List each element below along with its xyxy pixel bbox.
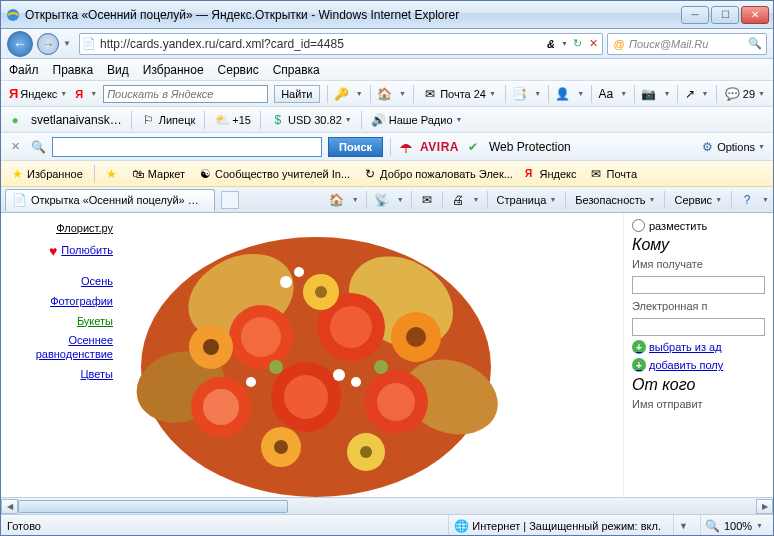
select-addr-link[interactable]: +выбрать из ад xyxy=(632,340,765,354)
notif-count[interactable]: 💬29▼ xyxy=(723,85,767,103)
fav-welcome[interactable]: ↻Добро пожаловать Элек... xyxy=(360,165,515,183)
user-status-icon[interactable]: ● xyxy=(7,112,23,128)
fav-yandex[interactable]: Я Яндекс xyxy=(523,166,579,182)
menu-favorites[interactable]: Избранное xyxy=(143,63,204,77)
mail-button[interactable]: ✉Почта 24▼ xyxy=(420,85,498,103)
menu-file[interactable]: Файл xyxy=(9,63,39,77)
fav-market[interactable]: 🛍Маркет xyxy=(128,165,187,183)
add-recipient-link[interactable]: +добавить полу xyxy=(632,358,765,372)
svg-point-10 xyxy=(330,306,372,348)
add-fav-icon[interactable]: ★ xyxy=(104,166,120,182)
title-bar: Открытка «Осенний поцелуй» — Яндекс.Откр… xyxy=(1,1,773,29)
fav-mail[interactable]: ✉Почта xyxy=(586,165,639,183)
feed-icon[interactable]: 📡 xyxy=(374,192,390,208)
recipient-input[interactable] xyxy=(632,276,765,294)
url-text: http://cards.yandex.ru/card.xml?card_id=… xyxy=(98,37,542,51)
link-like[interactable]: Полюбить xyxy=(61,241,113,261)
minimize-button[interactable]: ─ xyxy=(681,6,709,24)
from-label: От кого xyxy=(632,376,765,394)
and-icon[interactable]: & xyxy=(544,37,558,51)
zoom-cell[interactable]: 🔍100%▼ xyxy=(700,515,767,536)
translate-icon[interactable]: Aa xyxy=(599,86,614,102)
yandex-search-input[interactable] xyxy=(103,85,268,103)
fav-teachers[interactable]: ☯Сообщество учителей In... xyxy=(195,165,352,183)
radio-button[interactable]: 🔊Наше Радио▼ xyxy=(369,111,465,129)
refresh-icon[interactable]: ↻ xyxy=(570,37,584,51)
bouquet-image xyxy=(121,217,511,497)
tool-icon-1[interactable]: 📑 xyxy=(512,86,527,102)
close-toolbar[interactable]: ✕ xyxy=(7,140,24,153)
avira-umbrella-icon xyxy=(398,139,414,155)
maximize-button[interactable]: ☐ xyxy=(711,6,739,24)
new-tab-button[interactable] xyxy=(221,191,239,209)
svg-point-20 xyxy=(203,339,219,355)
avira-search-input[interactable] xyxy=(52,137,322,157)
tool-icon-2[interactable]: 👤 xyxy=(555,86,570,102)
link-florist[interactable]: Флорист.ру xyxy=(9,219,113,239)
favorites-button[interactable]: ★Избранное xyxy=(7,165,85,183)
link-photos[interactable]: Фотографии xyxy=(9,292,113,312)
nav-bar: ← → ▼ 📄 http://cards.yandex.ru/card.xml?… xyxy=(1,29,773,59)
read-mail-icon[interactable]: ✉ xyxy=(419,192,435,208)
search-go-icon[interactable]: 🔍 xyxy=(748,37,762,51)
home-icon[interactable]: 🏠 xyxy=(377,86,392,102)
ie-icon xyxy=(5,7,21,23)
web-protection[interactable]: Web Protection xyxy=(487,139,573,155)
yandex-logo-icon[interactable]: Я xyxy=(75,86,83,102)
city-button[interactable]: ⚐Липецк xyxy=(139,111,198,129)
menu-view[interactable]: Вид xyxy=(107,63,129,77)
menu-help[interactable]: Справка xyxy=(273,63,320,77)
link-equinox-2[interactable]: равноденствие xyxy=(9,345,113,365)
scroll-right-button[interactable]: ▶ xyxy=(756,499,773,514)
home-cmd-icon[interactable]: 🏠 xyxy=(329,192,345,208)
favorites-bar: ★Избранное ★ 🛍Маркет ☯Сообщество учителе… xyxy=(1,161,773,187)
username[interactable]: svetlanaivansk… xyxy=(29,112,124,128)
place-radio[interactable] xyxy=(632,219,645,232)
search-placeholder: Поиск@Mail.Ru xyxy=(629,38,745,50)
window-title: Открытка «Осенний поцелуй» — Яндекс.Откр… xyxy=(25,8,681,22)
menu-edit[interactable]: Правка xyxy=(53,63,94,77)
safety-menu[interactable]: Безопасность▼ xyxy=(573,193,657,207)
protected-mode-cell[interactable]: ▼ xyxy=(673,515,692,536)
zone-cell[interactable]: 🌐Интернет | Защищенный режим: вкл. xyxy=(448,515,665,536)
avira-options[interactable]: ⚙Options▼ xyxy=(697,138,767,156)
email-input[interactable] xyxy=(632,318,765,336)
tab-active[interactable]: 📄 Открытка «Осенний поцелуй» — Янде... xyxy=(5,189,215,211)
avira-search-icon: 🔍 xyxy=(30,139,46,155)
poisk-button[interactable]: Поиск xyxy=(328,137,383,157)
scroll-track[interactable] xyxy=(18,499,756,514)
link-flowers[interactable]: Цветы xyxy=(9,365,113,385)
menu-tools[interactable]: Сервис xyxy=(218,63,259,77)
horizontal-scrollbar[interactable]: ◀ ▶ xyxy=(1,497,773,514)
photo-icon[interactable]: 📷 xyxy=(641,86,656,102)
help-icon[interactable]: ? xyxy=(739,192,755,208)
address-bar[interactable]: 📄 http://cards.yandex.ru/card.xml?card_i… xyxy=(79,33,603,55)
svg-point-24 xyxy=(274,440,288,454)
tab-title: Открытка «Осенний поцелуй» — Янде... xyxy=(31,194,208,206)
login-icon[interactable]: 🔑 xyxy=(334,86,349,102)
heart-icon: ♥ xyxy=(49,239,57,264)
svg-point-12 xyxy=(284,375,328,419)
status-ready: Готово xyxy=(7,520,41,532)
link-bouquets[interactable]: Букеты xyxy=(9,312,113,332)
scroll-thumb[interactable] xyxy=(18,500,288,513)
search-box[interactable]: @ Поиск@Mail.Ru 🔍 xyxy=(607,33,767,55)
page-menu[interactable]: Страница▼ xyxy=(495,193,559,207)
avira-brand[interactable]: AVIRA xyxy=(420,140,459,154)
yandex-brand[interactable]: ЯЯндекс▼ xyxy=(7,85,69,102)
weather-button[interactable]: ⛅+15 xyxy=(212,111,253,129)
forward-button[interactable]: → xyxy=(37,33,59,55)
currency-button[interactable]: $USD 30.82▼ xyxy=(268,111,354,129)
stop-icon[interactable]: ✕ xyxy=(586,37,600,51)
print-icon[interactable]: 🖨 xyxy=(450,192,466,208)
share-icon[interactable]: ↗ xyxy=(685,86,695,102)
close-button[interactable]: ✕ xyxy=(741,6,769,24)
svg-point-22 xyxy=(315,286,327,298)
find-button[interactable]: Найти xyxy=(274,85,319,103)
service-menu[interactable]: Сервис▼ xyxy=(672,193,724,207)
link-autumn[interactable]: Осень xyxy=(9,272,113,292)
nav-history-dropdown[interactable]: ▼ xyxy=(63,39,75,48)
scroll-left-button[interactable]: ◀ xyxy=(1,499,18,514)
svg-point-29 xyxy=(333,369,345,381)
back-button[interactable]: ← xyxy=(7,31,33,57)
